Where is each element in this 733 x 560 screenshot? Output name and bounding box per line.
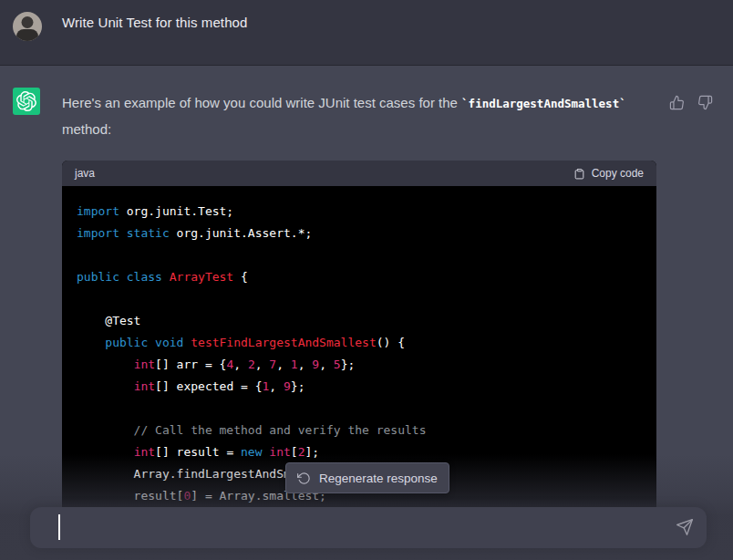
chatgpt-logo-icon — [13, 88, 40, 115]
text-cursor-caret — [58, 514, 60, 540]
copy-code-label: Copy code — [592, 167, 644, 180]
code-line: public class ArrayTest { — [77, 266, 642, 288]
avatar-head-shape — [22, 16, 34, 28]
code-line: import static org.junit.Assert.*; — [77, 223, 642, 244]
code-content: import org.junit.Test;import static org.… — [62, 186, 656, 507]
code-line: // Call the method and verify the result… — [77, 420, 642, 441]
code-line: int[] arr = {4, 2, 7, 1, 9, 5}; — [77, 354, 642, 376]
thumbs-up-icon — [669, 95, 685, 110]
code-language-label: java — [75, 167, 95, 180]
assistant-message-text: Here's an example of how you could write… — [62, 90, 666, 142]
copy-code-button[interactable]: Copy code — [573, 167, 644, 180]
thumbs-down-button[interactable] — [697, 94, 713, 110]
regenerate-label: Regenerate response — [319, 472, 438, 485]
code-line: import org.junit.Test; — [77, 201, 642, 223]
message-input[interactable] — [30, 507, 707, 548]
user-message-row: Write Unit Test for this method — [0, 0, 733, 66]
code-line — [77, 244, 642, 266]
thumbs-up-button[interactable] — [668, 94, 685, 110]
code-line — [77, 398, 642, 420]
code-block-header: java Copy code — [62, 161, 656, 186]
code-block: java Copy code import org.junit.Test;imp… — [62, 161, 656, 507]
code-line: @Test — [77, 310, 642, 332]
inline-code: `findLargestAndSmallest` — [461, 97, 626, 110]
feedback-buttons — [668, 94, 713, 110]
user-avatar — [13, 12, 42, 41]
regenerate-response-button[interactable]: Regenerate response — [285, 462, 449, 493]
clipboard-icon — [573, 168, 585, 180]
code-line: int[] result = new int[2]; — [77, 441, 642, 463]
paper-plane-icon — [676, 518, 694, 536]
refresh-icon — [297, 472, 311, 485]
code-line: public void testFindLargestAndSmallest()… — [77, 332, 642, 354]
code-line — [77, 288, 642, 310]
assistant-text-after: method: — [62, 121, 111, 137]
send-button[interactable] — [675, 517, 695, 537]
avatar-shoulders-shape — [16, 29, 38, 41]
code-line: int[] expected = {1, 9}; — [77, 376, 642, 398]
user-message-text: Write Unit Test for this method — [62, 15, 247, 30]
assistant-text-before: Here's an example of how you could write… — [62, 95, 461, 110]
thumbs-down-icon — [697, 95, 713, 110]
